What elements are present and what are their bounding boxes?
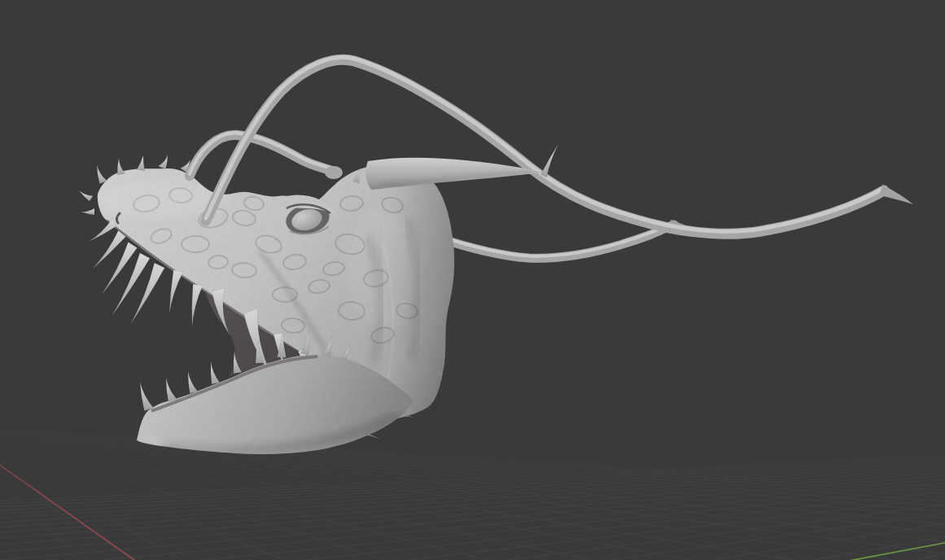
viewport-background — [0, 0, 945, 560]
3d-viewport[interactable] — [0, 0, 945, 560]
